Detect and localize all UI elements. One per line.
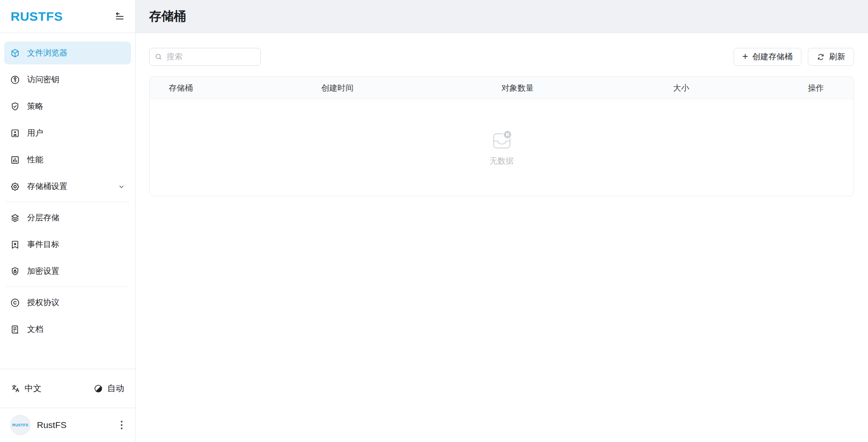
language-label: 中文 xyxy=(25,383,42,394)
main-area: 存储桶 + 创建存储桶 xyxy=(136,0,868,442)
auto-theme-icon xyxy=(94,384,103,393)
sidebar-item-license[interactable]: 授权协议 xyxy=(4,291,131,314)
sidebar-item-docs[interactable]: 文档 xyxy=(4,318,131,341)
sidebar-item-bucket-settings[interactable]: 存储桶设置 xyxy=(4,175,131,198)
menu-divider xyxy=(6,202,129,202)
column-header: 大小 xyxy=(673,77,689,99)
cube-icon xyxy=(10,48,20,58)
shield-lock-icon xyxy=(10,267,20,276)
key-circle-icon xyxy=(10,75,20,85)
refresh-label: 刷新 xyxy=(829,51,845,62)
plus-icon: + xyxy=(743,52,748,61)
sidebar: RUSTFS 文件浏览器访问密钥策略用户性能存储桶设置分层存储事件目标加密设置授… xyxy=(0,0,136,442)
sidebar-item-label: 文件浏览器 xyxy=(27,47,67,58)
content: + 创建存储桶 刷新 存储桶创建时间对象数 xyxy=(136,33,868,196)
column-header: 操作 xyxy=(808,77,824,99)
search-wrap xyxy=(149,48,261,66)
sidebar-item-users[interactable]: 用户 xyxy=(4,122,131,145)
layers-icon xyxy=(10,213,20,223)
refresh-icon xyxy=(817,53,825,61)
sidebar-menu: 文件浏览器访问密钥策略用户性能存储桶设置分层存储事件目标加密设置授权协议文档 xyxy=(0,33,135,369)
sidebar-collapse-button[interactable] xyxy=(113,10,126,23)
sidebar-footer: 中文 自动 RUSTFS RustFS xyxy=(0,369,135,442)
profile-name: RustFS xyxy=(37,420,67,430)
document-icon xyxy=(10,325,20,334)
kebab-menu-icon xyxy=(121,421,122,429)
column-header: 对象数量 xyxy=(501,77,534,99)
sidebar-footer-bar: 中文 自动 xyxy=(0,369,135,408)
search-input[interactable] xyxy=(149,48,261,66)
empty-box-icon xyxy=(491,129,512,152)
sidebar-item-label: 访问密钥 xyxy=(27,74,59,85)
menu-divider xyxy=(6,286,129,287)
user-card-icon xyxy=(10,128,20,138)
sidebar-item-policies[interactable]: 策略 xyxy=(4,95,131,118)
page-title: 存储桶 xyxy=(149,8,186,25)
avatar: RUSTFS xyxy=(10,415,31,435)
toolbar-actions: + 创建存储桶 刷新 xyxy=(734,48,854,66)
toolbar: + 创建存储桶 刷新 xyxy=(149,48,854,66)
page-header: 存储桶 xyxy=(136,0,868,33)
gear-icon xyxy=(10,182,20,192)
translate-icon xyxy=(11,384,20,393)
rustfs-logo: RUSTFS xyxy=(11,9,63,24)
empty-text: 无数据 xyxy=(490,156,514,167)
sidebar-item-label: 策略 xyxy=(27,101,43,112)
table-header-row: 存储桶创建时间对象数量大小操作 xyxy=(150,77,854,99)
sidebar-item-label: 事件目标 xyxy=(27,239,59,250)
buckets-table: 存储桶创建时间对象数量大小操作 无数据 xyxy=(149,76,854,196)
sidebar-item-performance[interactable]: 性能 xyxy=(4,148,131,171)
collapse-sidebar-icon xyxy=(114,11,125,22)
profile-row[interactable]: RUSTFS RustFS xyxy=(0,408,135,442)
column-header: 存储桶 xyxy=(169,77,193,99)
sidebar-item-access-keys[interactable]: 访问密钥 xyxy=(4,68,131,91)
avatar-logo-text: RUSTFS xyxy=(12,423,28,427)
sidebar-item-label: 存储桶设置 xyxy=(27,181,67,192)
sidebar-item-label: 性能 xyxy=(27,154,43,165)
sidebar-item-label: 加密设置 xyxy=(27,266,59,277)
sidebar-item-label: 授权协议 xyxy=(27,297,59,308)
create-bucket-label: 创建存储桶 xyxy=(752,51,793,62)
bar-chart-icon xyxy=(10,155,20,165)
rustfs-app: RUSTFS 文件浏览器访问密钥策略用户性能存储桶设置分层存储事件目标加密设置授… xyxy=(0,0,868,442)
language-switcher[interactable]: 中文 xyxy=(11,383,42,394)
sidebar-item-label: 用户 xyxy=(27,128,43,139)
profile-menu-button[interactable] xyxy=(118,418,125,432)
refresh-button[interactable]: 刷新 xyxy=(808,48,854,66)
table-empty-state: 无数据 xyxy=(150,99,854,196)
column-header: 创建时间 xyxy=(321,77,353,99)
sidebar-item-encryption[interactable]: 加密设置 xyxy=(4,260,131,283)
sidebar-item-file-browser[interactable]: 文件浏览器 xyxy=(4,42,131,64)
chevron-down-icon xyxy=(117,183,125,191)
sidebar-item-label: 文档 xyxy=(27,324,43,335)
sidebar-item-label: 分层存储 xyxy=(27,212,59,223)
shield-check-icon xyxy=(10,102,20,111)
search-icon xyxy=(154,53,163,61)
theme-label: 自动 xyxy=(107,383,124,394)
sidebar-top: RUSTFS xyxy=(0,0,135,33)
sidebar-item-tiered-storage[interactable]: 分层存储 xyxy=(4,206,131,229)
create-bucket-button[interactable]: + 创建存储桶 xyxy=(734,48,801,66)
bookmark-star-icon xyxy=(10,240,20,250)
copyright-icon xyxy=(10,298,20,308)
sidebar-item-event-targets[interactable]: 事件目标 xyxy=(4,233,131,256)
theme-switcher[interactable]: 自动 xyxy=(94,383,124,394)
